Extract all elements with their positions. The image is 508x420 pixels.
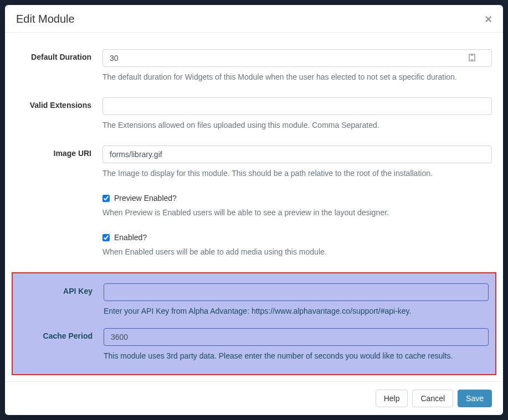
cancel-button[interactable]: Cancel [412, 390, 453, 407]
enabled-label: Enabled? [114, 233, 147, 242]
default-duration-input[interactable] [102, 49, 492, 67]
api-key-group: API Key Enter your API Key from Alpha Ad… [13, 283, 489, 317]
modal-header: Edit Module × [5, 5, 503, 33]
edit-module-modal: Edit Module × Default Duration The defau… [5, 5, 503, 415]
preview-enabled-help: When Preview is Enabled users will be ab… [102, 207, 492, 219]
default-duration-group: Default Duration The default duration fo… [16, 49, 492, 83]
default-duration-label: Default Duration [16, 49, 102, 61]
preview-enabled-label: Preview Enabled? [114, 194, 177, 203]
highlighted-section: API Key Enter your API Key from Alpha Ad… [12, 272, 496, 375]
enabled-checkbox[interactable] [102, 234, 110, 241]
cache-period-input[interactable] [104, 328, 489, 346]
cache-period-help: This module uses 3rd party data. Please … [104, 350, 489, 362]
api-key-label: API Key [13, 283, 104, 295]
api-key-help: Enter your API Key from Alpha Advantage:… [104, 305, 489, 317]
cache-period-group: Cache Period This module uses 3rd party … [13, 328, 489, 362]
cache-period-label: Cache Period [13, 328, 104, 340]
valid-extensions-group: Valid Extensions The Extensions allowed … [16, 97, 492, 131]
enabled-help: When Enabled users will be able to add m… [102, 246, 492, 258]
valid-extensions-input[interactable] [102, 97, 492, 115]
preview-enabled-group: Preview Enabled? When Preview is Enabled… [16, 194, 492, 219]
image-uri-label: Image URI [16, 146, 102, 158]
image-uri-input[interactable] [102, 146, 492, 163]
valid-extensions-label: Valid Extensions [16, 97, 102, 110]
help-button[interactable]: Help [376, 390, 408, 407]
default-duration-help: The default duration for Widgets of this… [102, 71, 492, 83]
modal-footer: Help Cancel Save [5, 381, 503, 415]
image-uri-group: Image URI The Image to display for this … [16, 146, 492, 179]
modal-title: Edit Module [16, 13, 75, 25]
valid-extensions-help: The Extensions allowed on files uploaded… [102, 120, 492, 131]
enabled-group: Enabled? When Enabled users will be able… [16, 233, 492, 258]
modal-body: Default Duration The default duration fo… [5, 33, 503, 381]
api-key-input[interactable] [104, 283, 489, 301]
preview-enabled-checkbox[interactable] [102, 195, 110, 202]
save-button[interactable]: Save [458, 390, 492, 407]
close-button[interactable]: × [485, 13, 492, 25]
image-uri-help: The Image to display for this module. Th… [102, 168, 492, 179]
